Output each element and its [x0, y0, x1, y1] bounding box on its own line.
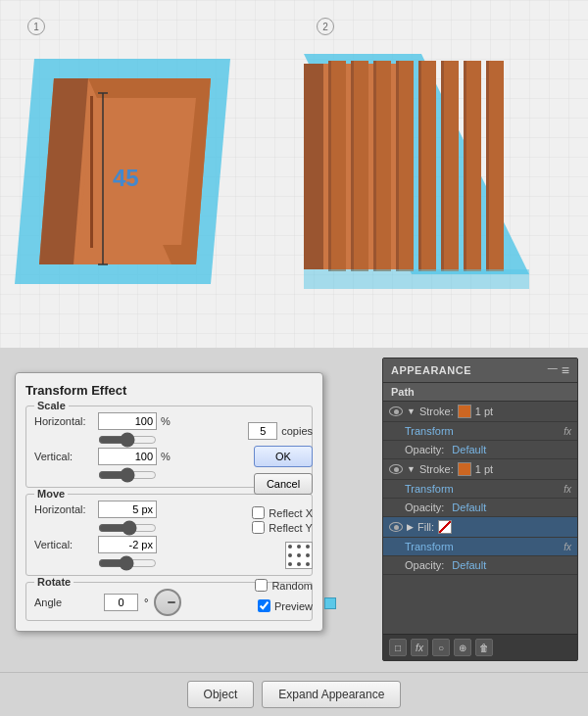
triangle-1: ▼ [407, 406, 416, 416]
svg-rect-22 [396, 61, 399, 271]
transform-link-2[interactable]: Transform [405, 483, 454, 495]
dialog-title: Transform Effect [25, 383, 313, 398]
svg-marker-31 [304, 269, 529, 289]
transform-row-3: Transform fx [383, 538, 577, 556]
angle-label: Angle [34, 597, 98, 608]
cancel-button[interactable]: Cancel [254, 473, 313, 495]
opacity-row-3: Opacity: Default [383, 556, 577, 575]
svg-rect-24 [418, 61, 421, 271]
canvas-label-2: 2 [317, 18, 334, 35]
svg-rect-7 [90, 96, 93, 248]
reflect-y-label: Reflect Y [269, 522, 312, 534]
preview-checkbox[interactable] [258, 599, 270, 612]
fill-row: ▶ Fill: [383, 517, 577, 538]
panel-footer: □ fx ○ ⊕ 🗑 [383, 634, 577, 660]
panel-menu-button[interactable]: ≡ [562, 362, 569, 378]
angle-dial[interactable] [154, 589, 181, 616]
delete-button[interactable]: 🗑 [475, 639, 493, 656]
svg-rect-30 [486, 61, 489, 271]
opacity-link-3[interactable]: Default [452, 559, 486, 571]
bottom-toolbar: Object Expand Appearance [0, 672, 588, 716]
fill-swatch[interactable] [438, 520, 452, 534]
transform-dialog: Transform Effect Scale Horizontal: % Ver… [15, 372, 323, 632]
reflect-x-label: Reflect X [269, 507, 313, 519]
fx-icon-1: fx [564, 426, 571, 437]
bottom-panel: Transform Effect Scale Horizontal: % Ver… [0, 348, 588, 716]
vertical-scale-slider[interactable] [98, 469, 157, 481]
copies-input[interactable] [248, 422, 277, 440]
vertical-label: Vertical: [34, 451, 98, 462]
fx-icon-3: fx [564, 542, 571, 552]
transform-link-3[interactable]: Transform [405, 541, 454, 552]
scale-label: Scale [34, 400, 69, 411]
object-button[interactable]: Object [187, 681, 255, 708]
copies-label: copies [281, 425, 313, 437]
panel-header: APPEARANCE — ≡ [383, 358, 577, 383]
move-horizontal-slider[interactable] [98, 522, 157, 534]
random-checkbox[interactable] [255, 579, 268, 592]
svg-rect-16 [328, 61, 331, 271]
connection-indicator [324, 597, 336, 609]
opacity-link-1[interactable]: Default [452, 444, 486, 455]
appearance-panel: APPEARANCE — ≡ Path ▼ Stroke: 1 pt Trans… [382, 358, 578, 661]
path-label: Path [383, 383, 577, 402]
svg-marker-14 [304, 64, 323, 269]
transform-row-1: Transform fx [383, 422, 577, 441]
transform-link-1[interactable]: Transform [405, 425, 454, 437]
visibility-icon-3[interactable] [389, 522, 403, 532]
visibility-icon-1[interactable] [389, 406, 403, 416]
angle-input[interactable] [104, 594, 138, 611]
stroke-swatch-1[interactable] [458, 405, 471, 418]
move-vertical-label: Vertical: [34, 539, 98, 550]
visibility-icon-2[interactable] [389, 464, 403, 474]
vertical-unit: % [161, 451, 171, 462]
opacity-row-2: Opacity: Default [383, 499, 577, 517]
move-vertical-slider[interactable] [98, 557, 157, 569]
preview-label: Preview [274, 600, 313, 612]
clear-button[interactable]: ○ [432, 639, 450, 656]
horizontal-input[interactable] [98, 412, 157, 430]
duplicate-button[interactable]: ⊕ [454, 639, 471, 656]
move-horizontal-input[interactable] [98, 501, 157, 518]
panel-collapse-button[interactable]: — [548, 362, 558, 378]
canvas-area: 45 1 2 [0, 0, 588, 348]
horizontal-unit: % [161, 415, 171, 427]
stroke-row-2: ▼ Stroke: 1 pt [383, 459, 577, 480]
transform-origin-grid[interactable] [285, 542, 313, 569]
fx-icon-2: fx [564, 484, 571, 495]
transform-row-2: Transform fx [383, 480, 577, 499]
opacity-link-2[interactable]: Default [452, 501, 486, 513]
random-label: Random [271, 580, 313, 592]
opacity-row-1: Opacity: Default [383, 441, 577, 459]
stroke-row-1: ▼ Stroke: 1 pt [383, 402, 577, 422]
svg-rect-20 [373, 61, 376, 271]
reflect-y-checkbox[interactable] [252, 521, 265, 534]
move-horizontal-label: Horizontal: [34, 503, 98, 515]
horizontal-slider[interactable] [98, 434, 157, 446]
new-layer-button[interactable]: □ [389, 639, 407, 656]
expand-appearance-button[interactable]: Expand Appearance [262, 681, 401, 708]
svg-rect-28 [464, 61, 466, 271]
svg-text:45: 45 [113, 165, 139, 191]
triangle-3: ▶ [407, 522, 414, 532]
svg-rect-18 [351, 61, 354, 271]
vertical-scale-input[interactable] [98, 448, 157, 465]
degree-symbol: ° [144, 597, 148, 608]
svg-rect-26 [441, 61, 444, 271]
canvas-label-1: 1 [27, 18, 45, 35]
stroke-swatch-2[interactable] [458, 462, 471, 476]
move-label: Move [34, 488, 68, 500]
panel-title: APPEARANCE [391, 364, 471, 376]
rotate-label: Rotate [34, 576, 74, 588]
fx-button[interactable]: fx [411, 639, 428, 656]
ok-button[interactable]: OK [254, 446, 313, 467]
reflect-x-checkbox[interactable] [252, 506, 265, 519]
move-vertical-input[interactable] [98, 536, 157, 553]
horizontal-label: Horizontal: [34, 415, 98, 427]
triangle-2: ▼ [407, 464, 416, 474]
